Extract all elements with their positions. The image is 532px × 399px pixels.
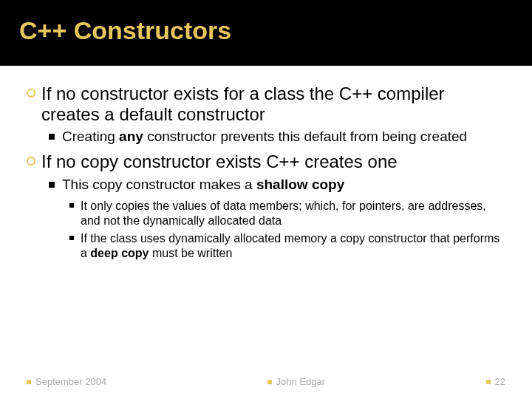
footer-author-text: John Edgar [276,376,326,387]
small-square-bullet-icon [69,203,74,208]
square-bullet-icon [49,134,55,140]
bullet-text: It only copies the values of data member… [81,199,505,228]
footer-date-text: September 2004 [35,376,106,387]
square-bullet-icon [27,380,31,384]
text-run: constructor prevents this default from b… [143,129,467,144]
slide-title: C++ Constructors [0,0,532,66]
text-run: must be written [149,247,232,259]
footer-author: John Edgar [267,376,326,387]
bullet-level2: Creating any constructor prevents this d… [49,129,505,146]
small-square-bullet-icon [69,236,74,240]
bullet-level2: This copy constructor makes a shallow co… [49,177,505,194]
text-bold: shallow copy [256,177,344,192]
bullet-text: Creating any constructor prevents this d… [62,129,467,146]
slide-footer: September 2004 John Edgar 22 [0,376,532,387]
bullet-level1: If no copy constructor exists C++ create… [27,151,505,172]
footer-page-number: 22 [495,376,505,387]
square-bullet-icon [49,182,55,188]
bullet-text: If no constructor exists for a class the… [41,83,505,124]
footer-page: 22 [486,376,505,387]
bullet-level3: If the class uses dynamically allocated … [69,231,505,261]
footer-date: September 2004 [27,376,106,387]
text-run: Creating [62,129,119,144]
circle-bullet-icon [27,89,35,98]
square-bullet-icon [486,380,491,384]
bullet-text: This copy constructor makes a shallow co… [62,177,344,194]
text-bold: any [119,129,143,144]
bullet-level3: It only copies the values of data member… [69,199,505,228]
text-run: This copy constructor makes a [62,177,256,192]
text-bold: deep copy [90,247,149,259]
square-bullet-icon [267,380,272,384]
bullet-text: If no copy constructor exists C++ create… [41,151,398,172]
circle-bullet-icon [27,157,35,166]
slide-content: If no constructor exists for a class the… [0,66,532,261]
bullet-text: If the class uses dynamically allocated … [81,231,505,261]
bullet-level1: If no constructor exists for a class the… [27,83,505,124]
